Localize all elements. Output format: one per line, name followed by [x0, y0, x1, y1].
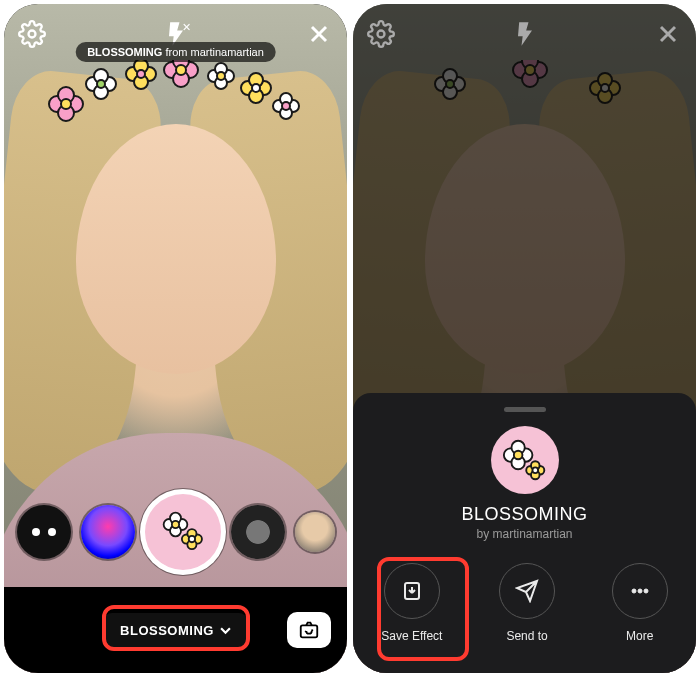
effect-attribution-pill[interactable]: BLOSSOMING from martinamartian [75, 42, 276, 62]
send-icon [515, 579, 539, 603]
svg-point-21 [173, 71, 189, 87]
close-icon[interactable] [654, 20, 682, 48]
effect-thumb-eyes[interactable] [17, 505, 71, 559]
svg-point-57 [446, 80, 454, 88]
settings-icon[interactable] [18, 20, 46, 48]
svg-point-62 [522, 71, 538, 87]
svg-rect-51 [301, 625, 318, 637]
svg-point-45 [172, 521, 179, 528]
svg-point-61 [522, 60, 538, 69]
svg-point-53 [435, 77, 449, 91]
more-icon [628, 579, 652, 603]
svg-point-54 [451, 77, 465, 91]
send-to-button[interactable]: Send to [499, 563, 555, 643]
svg-point-18 [164, 62, 180, 78]
svg-point-59 [513, 62, 529, 78]
effect-thumb-blossoming-selected[interactable] [145, 494, 221, 570]
effect-author: martinamartian [190, 46, 263, 58]
svg-point-68 [598, 89, 612, 103]
svg-point-64 [597, 80, 613, 96]
svg-point-50 [188, 536, 194, 542]
effect-thumb-thermal[interactable] [81, 505, 135, 559]
save-icon [400, 579, 424, 603]
ar-flower-crown-overlay [395, 60, 655, 140]
svg-point-58 [521, 61, 539, 79]
sheet-effect-title: BLOSSOMING [461, 504, 587, 525]
sheet-effect-byline[interactable]: by martinamartian [476, 527, 572, 541]
sheet-actions-row: Save Effect Send to More [353, 563, 696, 643]
svg-point-82 [632, 589, 636, 593]
settings-icon[interactable] [367, 20, 395, 48]
more-button[interactable]: More [612, 563, 668, 643]
switch-camera-icon [298, 619, 320, 641]
effect-action-sheet: BLOSSOMING by martinamartian Save Effect… [353, 393, 696, 673]
svg-point-69 [601, 84, 609, 92]
svg-point-52 [442, 76, 458, 92]
svg-point-65 [590, 81, 604, 95]
camera-bottom-bar: BLOSSOMING [4, 587, 347, 673]
svg-point-56 [443, 85, 457, 99]
svg-point-55 [443, 69, 457, 83]
sheet-grabber[interactable] [504, 407, 546, 412]
svg-point-75 [514, 451, 523, 460]
svg-point-17 [172, 61, 190, 79]
effect-carousel[interactable] [4, 487, 347, 577]
svg-point-16 [137, 70, 145, 78]
svg-point-22 [176, 65, 186, 75]
svg-text:✕: ✕ [181, 21, 189, 33]
effect-thumb-face[interactable] [295, 512, 335, 552]
svg-point-13 [142, 67, 156, 81]
svg-point-67 [598, 73, 612, 87]
phone-camera-screen: ✕ BLOSSOMING from martinamartian BLOSSOM… [4, 4, 347, 673]
svg-point-25 [215, 63, 227, 75]
switch-camera-button[interactable] [287, 612, 331, 648]
svg-point-66 [606, 81, 620, 95]
close-icon[interactable] [305, 20, 333, 48]
effect-avatar[interactable] [491, 426, 559, 494]
svg-point-70 [378, 31, 385, 38]
svg-point-60 [531, 62, 547, 78]
svg-point-63 [525, 65, 535, 75]
effect-name: BLOSSOMING [87, 46, 162, 58]
flash-icon[interactable] [511, 20, 539, 48]
chevron-down-icon [220, 625, 231, 636]
svg-point-84 [644, 589, 648, 593]
save-effect-button[interactable]: Save Effect [381, 563, 442, 643]
phone-effect-sheet-screen: BLOSSOMING by martinamartian Save Effect… [353, 4, 696, 673]
svg-point-80 [532, 468, 538, 474]
camera-top-bar [353, 14, 696, 54]
svg-point-39 [29, 31, 36, 38]
svg-point-19 [182, 62, 198, 78]
effect-thumb-planet[interactable] [231, 505, 285, 559]
svg-point-83 [638, 589, 642, 593]
effect-name-button[interactable]: BLOSSOMING [104, 613, 247, 648]
